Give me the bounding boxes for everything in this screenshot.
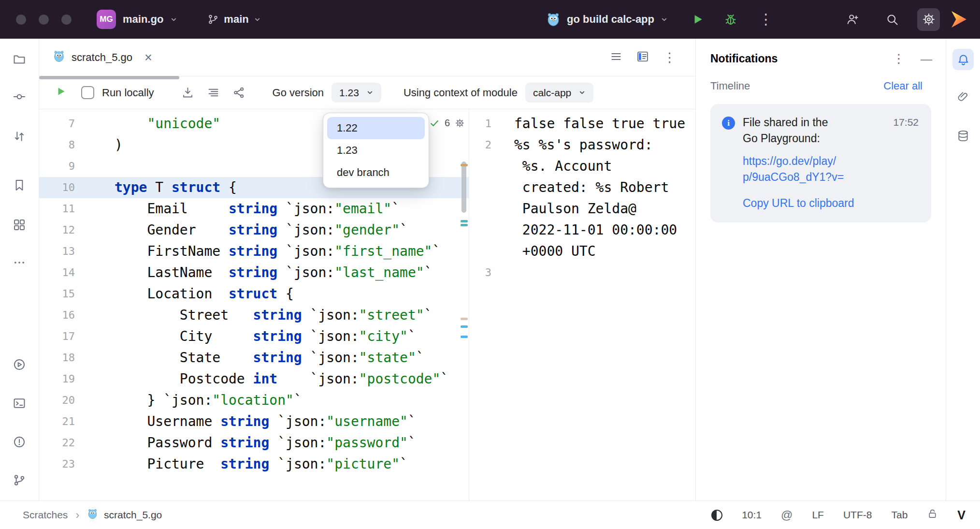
v-plugin-icon[interactable]: V (957, 508, 966, 522)
ide-logo-icon[interactable] (951, 11, 966, 28)
editor-scrollbar[interactable] (461, 162, 466, 213)
code-line[interactable]: 13 FirstName string `json:"first_name"` (39, 241, 469, 262)
structure-toolwindow-icon[interactable] (9, 214, 30, 235)
annotations-icon[interactable]: @ (781, 508, 793, 522)
view-list-icon[interactable] (610, 50, 622, 65)
horizontal-scroll-thumb[interactable] (39, 76, 179, 79)
theme-contrast-icon[interactable] (711, 510, 722, 521)
code-line[interactable]: 20 } `json:"location"` (39, 390, 469, 411)
copy-url-link[interactable]: Copy URL to clipboard (743, 197, 854, 212)
playground-link[interactable]: p/9uaCGo8_dY1?v= (743, 169, 854, 185)
code-pane-right[interactable]: 1false false true true2%s %s's password:… (469, 109, 695, 500)
run-toolwindow-icon[interactable] (9, 354, 30, 375)
share-icon[interactable] (232, 86, 245, 99)
close-tab-icon[interactable]: × (144, 53, 152, 62)
context-module-dropdown[interactable]: calc-app (525, 83, 593, 103)
commit-toolwindow-icon[interactable] (9, 86, 30, 107)
code-line[interactable]: 14 LastName string `json:"last_name"` (39, 262, 469, 283)
search-everywhere-icon[interactable] (885, 13, 899, 26)
code-line[interactable]: 15 Location struct { (39, 283, 469, 305)
line-number: 13 (39, 241, 87, 262)
code-line[interactable]: 22 Password string `json:"password"` (39, 432, 469, 454)
code-line[interactable]: Paulson Zelda@ (469, 198, 695, 220)
problems-toolwindow-icon[interactable] (9, 431, 30, 453)
notification-title: Go Playground: (743, 131, 854, 147)
tab-scratch-5-go[interactable]: scratch_5.go × (53, 50, 152, 65)
code-line[interactable]: 17 City string `json:"city"` (39, 326, 469, 347)
vcs-update-icon[interactable] (9, 126, 30, 147)
clear-all-link[interactable]: Clear all (883, 80, 922, 92)
zoom-window-button[interactable] (61, 15, 72, 25)
hide-panel-icon[interactable]: — (921, 52, 931, 66)
git-toolwindow-icon[interactable] (9, 470, 30, 491)
editor-options-icon[interactable]: ⋮ (663, 50, 676, 65)
breadcrumb-root[interactable]: Scratches (23, 509, 68, 521)
caret-position[interactable]: 10:1 (742, 509, 762, 521)
line-number: 22 (39, 432, 87, 454)
line-number: 14 (39, 262, 87, 283)
status-bar: Scratches › scratch_5.go 10:1 @ LF UTF-8… (0, 500, 980, 529)
export-icon[interactable] (181, 86, 194, 99)
code-line[interactable]: 18 State string `json:"state"` (39, 347, 469, 368)
playground-link[interactable]: https://go.dev/play/ (743, 153, 854, 169)
debug-button[interactable] (724, 13, 737, 26)
inspection-widget[interactable]: 6 (429, 118, 465, 129)
project-widget[interactable]: MG main.go (97, 10, 177, 29)
line-number: 19 (39, 368, 87, 390)
code-line[interactable]: 2022-11-01 00:00:00 (469, 220, 695, 241)
project-toolwindow-icon[interactable] (9, 49, 30, 70)
settings-button[interactable] (917, 8, 940, 31)
code-line[interactable]: 12 Gender string `json:"gender"` (39, 220, 469, 241)
code-line[interactable]: 2%s %s's password: (469, 134, 695, 156)
run-button[interactable] (691, 13, 705, 26)
line-number: 15 (39, 283, 87, 305)
split-view-icon[interactable] (636, 50, 649, 65)
notifications-toolwindow-icon[interactable] (952, 49, 974, 70)
format-lines-icon[interactable] (207, 86, 220, 99)
run-scratch-button[interactable] (55, 85, 67, 101)
terminal-toolwindow-icon[interactable] (9, 393, 30, 414)
vcs-branch-widget[interactable]: main (207, 13, 260, 26)
chevron-down-icon (661, 16, 668, 23)
database-toolwindow-icon[interactable] (952, 125, 974, 147)
code-line[interactable]: 11 Email string `json:"email"` (39, 198, 469, 220)
code-line[interactable]: created: %s Robert (469, 177, 695, 198)
titlebar: MG main.go main (0, 0, 980, 39)
chevron-down-icon (254, 16, 261, 23)
code-line[interactable]: 16 Street string `json:"street"` (39, 305, 469, 326)
go-version-option[interactable]: dev branch (327, 162, 425, 184)
gear-icon (922, 13, 936, 26)
run-configuration-selector[interactable]: go build calc-app (546, 12, 668, 27)
minimize-window-button[interactable] (39, 15, 49, 25)
lock-icon[interactable] (927, 508, 938, 522)
git-branch-icon (207, 14, 219, 25)
code-line[interactable]: 23 Picture string `json:"picture"` (39, 454, 469, 475)
notification-title: File shared in the (743, 115, 854, 131)
breadcrumb-file[interactable]: scratch_5.go (104, 509, 162, 521)
code-line[interactable]: 19 Postcode int `json:"postcode"` (39, 368, 469, 390)
code-line[interactable]: %s. Account (469, 156, 695, 177)
close-window-button[interactable] (16, 15, 26, 25)
ai-assistant-icon[interactable] (952, 86, 974, 107)
go-version-option[interactable]: 1.22 (327, 117, 425, 139)
code-line[interactable]: 21 Username string `json:"username"` (39, 411, 469, 432)
code-line[interactable]: +0000 UTC (469, 241, 695, 262)
bookmarks-toolwindow-icon[interactable] (9, 175, 30, 196)
go-version-option[interactable]: 1.23 (327, 139, 425, 162)
more-toolwindows-icon[interactable] (9, 252, 30, 273)
notifications-options-icon[interactable]: ⋮ (893, 51, 905, 66)
line-number: 12 (39, 220, 87, 241)
line-number: 16 (39, 305, 87, 326)
notification-card[interactable]: i File shared in the Go Playground: http… (710, 104, 931, 222)
go-scratch-file-icon (53, 50, 65, 65)
file-encoding[interactable]: UTF-8 (843, 509, 872, 521)
go-version-dropdown[interactable]: 1.23 (331, 83, 381, 103)
line-separator[interactable]: LF (812, 509, 824, 521)
indent-style[interactable]: Tab (891, 509, 908, 521)
code-line[interactable]: 1false false true true (469, 113, 695, 134)
breadcrumb-separator: › (75, 509, 79, 522)
run-locally-checkbox[interactable] (81, 86, 94, 99)
code-with-me-icon[interactable] (846, 13, 859, 26)
more-actions-icon[interactable]: ⋮ (759, 12, 773, 27)
code-line[interactable]: 3 (469, 262, 695, 283)
